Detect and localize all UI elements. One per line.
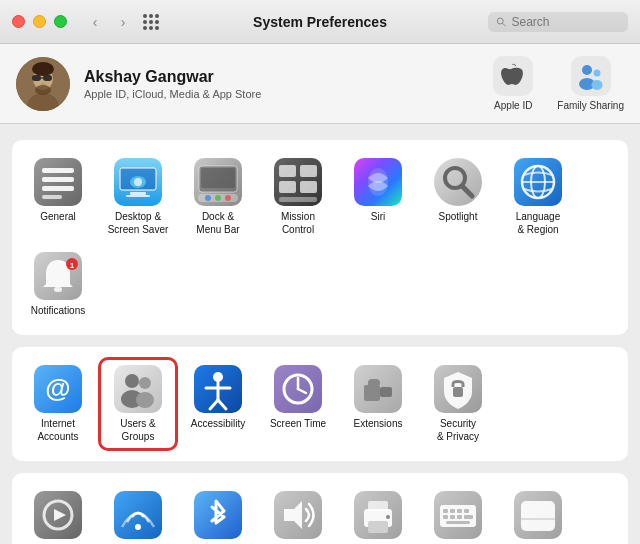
svg-rect-91 [443,509,448,513]
extensions-icon [354,365,402,413]
svg-point-9 [35,85,51,95]
pref-item-security[interactable]: Security & Privacy [420,359,496,449]
svg-line-1 [503,23,506,26]
pref-item-spotlight[interactable]: Spotlight [420,152,496,242]
apple-id-label: Apple ID [494,100,532,111]
svg-rect-5 [32,75,41,81]
printers-icon [354,491,402,539]
general-icon [34,158,82,206]
family-sharing-label: Family Sharing [557,100,624,111]
pref-item-extensions[interactable]: Extensions [340,359,416,449]
siri-icon [354,158,402,206]
pref-item-bluetooth[interactable]: Bluetooth [180,485,256,544]
svg-point-10 [32,62,54,76]
svg-rect-26 [126,195,150,197]
section-section1: GeneralDesktop & Screen SaverDock & Menu… [12,140,628,335]
svg-point-88 [386,515,390,519]
avatar-image [16,57,70,111]
security-label: Security & Privacy [437,417,479,443]
sound-icon [274,491,322,539]
svg-point-59 [139,377,151,389]
svg-rect-16 [42,168,74,173]
svg-point-60 [136,392,154,408]
trackpad-icon [514,491,562,539]
internet-label: Internet Accounts [37,417,78,443]
users-icon [114,365,162,413]
accessibility-label: Accessibility [191,417,245,430]
svg-rect-96 [450,515,455,519]
avatar [16,57,70,111]
apple-id-button[interactable]: Apple ID [493,56,533,111]
svg-point-33 [215,195,221,201]
software-icon [34,491,82,539]
pref-item-general[interactable]: General [20,152,96,242]
family-sharing-button[interactable]: Family Sharing [557,56,624,111]
language-label: Language & Region [516,210,561,236]
svg-rect-37 [300,165,317,177]
keyboard-icon [434,491,482,539]
pref-item-trackpad[interactable]: Trackpad [500,485,576,544]
notifications-label: Notifications [31,304,85,317]
notifications-icon: 1 [34,252,82,300]
profile-bar: Akshay Gangwar Apple ID, iCloud, Media &… [0,44,640,124]
maximize-button[interactable] [54,15,67,28]
svg-rect-86 [368,501,388,511]
pref-item-notifications[interactable]: 1Notifications [20,246,96,323]
general-label: General [40,210,76,223]
svg-rect-76 [453,387,463,397]
traffic-lights [12,15,67,28]
svg-text:1: 1 [70,261,75,270]
grid-view-button[interactable] [139,12,163,32]
pref-item-software[interactable]: Software Update [20,485,96,544]
pref-item-users[interactable]: Users & Groups [100,359,176,449]
nav-buttons: ‹ › [83,12,135,32]
desktop-label: Desktop & Screen Saver [108,210,169,236]
search-box[interactable] [488,12,628,32]
minimize-button[interactable] [33,15,46,28]
pref-item-screentime[interactable]: Screen Time [260,359,336,449]
svg-rect-87 [368,521,388,533]
pref-item-language[interactable]: Language & Region [500,152,576,242]
svg-rect-95 [443,515,448,519]
screentime-icon [274,365,322,413]
main-content: GeneralDesktop & Screen SaverDock & Menu… [0,124,640,544]
spotlight-icon [434,158,482,206]
svg-rect-39 [300,181,317,193]
svg-rect-101 [521,501,555,531]
pref-item-keyboard[interactable]: Keyboard [420,485,496,544]
spotlight-label: Spotlight [439,210,478,223]
pref-item-accessibility[interactable]: Accessibility [180,359,256,449]
svg-rect-19 [42,195,62,199]
svg-rect-38 [279,181,296,193]
svg-rect-72 [364,385,380,401]
desktop-icon [114,158,162,206]
pref-item-siri[interactable]: Siri [340,152,416,242]
security-icon [434,365,482,413]
siri-label: Siri [371,210,385,223]
search-input[interactable] [512,15,621,29]
pref-item-dock[interactable]: Dock & Menu Bar [180,152,256,242]
dock-icon [194,158,242,206]
pref-item-internet[interactable]: @Internet Accounts [20,359,96,449]
svg-rect-17 [42,177,74,182]
network-icon [114,491,162,539]
close-button[interactable] [12,15,25,28]
pref-item-sound[interactable]: Sound [260,485,336,544]
dock-label: Dock & Menu Bar [196,210,239,236]
svg-rect-30 [201,168,235,188]
back-button[interactable]: ‹ [83,12,107,32]
pref-item-network[interactable]: Network [100,485,176,544]
pref-item-mission[interactable]: Mission Control [260,152,336,242]
pref-item-printers[interactable]: Printers & Scanners [340,485,416,544]
search-icon [496,16,507,28]
grid-icon [143,14,159,30]
section-section2: @Internet AccountsUsers & GroupsAccessib… [12,347,628,461]
screentime-label: Screen Time [270,417,326,430]
svg-point-32 [205,195,211,201]
svg-point-13 [593,70,600,77]
forward-button[interactable]: › [111,12,135,32]
pref-item-desktop[interactable]: Desktop & Screen Saver [100,152,176,242]
language-icon [514,158,562,206]
svg-rect-93 [457,509,462,513]
profile-left: Akshay Gangwar Apple ID, iCloud, Media &… [16,57,261,111]
